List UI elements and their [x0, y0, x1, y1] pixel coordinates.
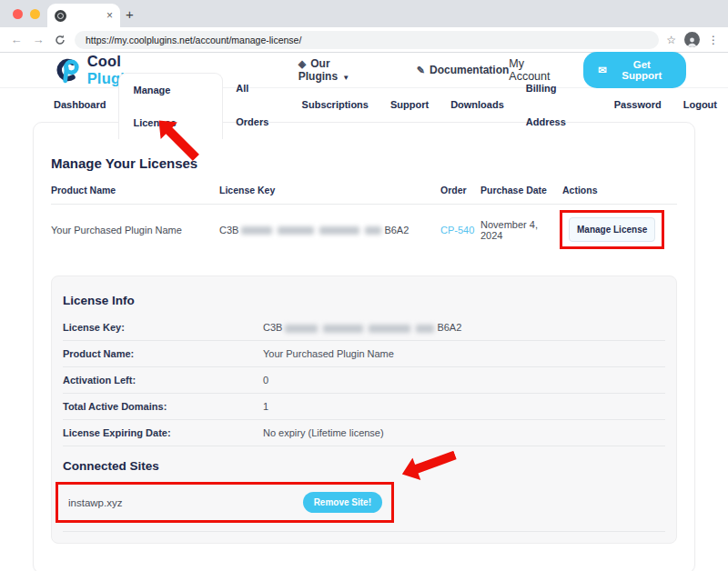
masked-key-segment	[319, 226, 359, 235]
plugin-icon: ◈	[298, 58, 306, 69]
site-header: Cool Plugins ◈Our Plugins▼ ✎Documentatio…	[0, 53, 728, 88]
info-row-license-key: License Key: C3BB6A2	[63, 315, 665, 341]
tab-all-orders[interactable]: All Orders	[225, 72, 290, 139]
profile-avatar[interactable]	[684, 32, 700, 47]
browser-menu-icon[interactable]: ⋮	[708, 34, 719, 46]
col-order: Order	[440, 185, 480, 195]
masked-key-segment	[323, 325, 363, 333]
cell-actions: Manage License	[562, 210, 677, 249]
tab-billing-address[interactable]: Billing Address	[515, 72, 603, 139]
cp-logo-icon	[52, 56, 81, 84]
tab-support[interactable]: Support	[379, 88, 440, 122]
tab-dashboard[interactable]: Dashboard	[43, 88, 116, 122]
nav-our-plugins[interactable]: ◈Our Plugins▼	[298, 57, 382, 83]
licenses-table-header: Product Name License Key Order Purchase …	[51, 185, 677, 205]
connected-site-annotation-box: instawp.xyz Remove Site!	[56, 482, 394, 523]
browser-toolbar: ← → https://my.coolplugins.net/account/m…	[0, 27, 728, 53]
license-key-value: C3BB6A2	[263, 322, 665, 333]
info-row-license-expiring-date: License Expiring Date: No expiry (Lifeti…	[63, 420, 665, 446]
col-actions: Actions	[562, 185, 677, 195]
forward-icon[interactable]: →	[31, 33, 46, 46]
connected-site-domain: instawp.xyz	[68, 497, 122, 508]
cell-purchase-date: November 4, 2024	[480, 219, 562, 241]
bookmark-star-icon[interactable]: ☆	[666, 34, 676, 46]
tab-subscriptions[interactable]: Subscriptions	[291, 88, 379, 122]
license-info-card: License Info License Key: C3BB6A2 Produc…	[51, 275, 677, 544]
order-link[interactable]: CP-540	[440, 225, 480, 235]
account-page: Dashboard Manage Licenses All Orders Sub…	[0, 88, 728, 571]
url-text: https://my.coolplugins.net/account/manag…	[86, 35, 301, 45]
toolbar-right: ☆ ⋮	[666, 32, 719, 47]
chevron-down-icon: ▼	[342, 74, 349, 82]
tab-logout[interactable]: Logout	[672, 88, 728, 122]
masked-key-segment	[278, 226, 314, 235]
browser-titlebar: × +	[0, 0, 728, 27]
manage-license-annotation-box: Manage License	[560, 210, 664, 249]
info-row-product-name: Product Name: Your Purchased Plugin Name	[63, 341, 665, 367]
browser-window: × + ← → https://my.coolplugins.net/accou…	[0, 0, 728, 571]
connected-sites-heading: Connected Sites	[63, 459, 665, 473]
remove-site-button[interactable]: Remove Site!	[303, 492, 382, 513]
main-nav: ◈Our Plugins▼ ✎Documentation	[298, 57, 510, 83]
documentation-icon: ✎	[417, 65, 425, 75]
browser-tab[interactable]: ×	[47, 4, 120, 27]
license-table-row: Your Purchased Plugin Name C3BB6A2 CP-54…	[51, 205, 677, 253]
licenses-card: Manage Your Licenses Product Name Licens…	[33, 122, 695, 571]
masked-key-segment	[285, 325, 318, 333]
new-tab-button[interactable]: +	[126, 6, 134, 22]
masked-key-segment	[365, 226, 381, 235]
divider	[63, 531, 665, 532]
manage-license-button[interactable]: Manage License	[569, 217, 655, 242]
info-row-total-active-domains: Total Active Domains: 1	[63, 394, 665, 420]
tab-favicon-icon	[55, 10, 66, 22]
tab-password[interactable]: Password	[603, 88, 672, 122]
minimize-window-button[interactable]	[30, 9, 40, 19]
account-tabstrip: Dashboard Manage Licenses All Orders Sub…	[0, 88, 728, 122]
masked-key-segment	[369, 325, 410, 333]
col-product-name: Product Name	[51, 185, 219, 195]
close-tab-icon[interactable]: ×	[106, 10, 113, 21]
masked-key-segment	[416, 325, 434, 333]
cell-product-name: Your Purchased Plugin Name	[51, 225, 219, 235]
close-window-button[interactable]	[13, 9, 23, 19]
url-bar[interactable]: https://my.coolplugins.net/account/manag…	[75, 31, 659, 49]
tab-downloads[interactable]: Downloads	[440, 88, 515, 122]
masked-key-segment	[241, 226, 272, 235]
license-info-heading: License Info	[63, 294, 665, 307]
nav-documentation[interactable]: ✎Documentation	[417, 64, 510, 76]
back-icon[interactable]: ←	[9, 33, 24, 46]
reload-icon[interactable]	[53, 35, 67, 45]
page-title: Manage Your Licenses	[51, 155, 677, 171]
col-license-key: License Key	[219, 185, 440, 195]
info-row-activation-left: Activation Left: 0	[63, 367, 665, 394]
col-purchase-date: Purchase Date	[480, 185, 562, 195]
cell-license-key: C3BB6A2	[219, 225, 440, 235]
